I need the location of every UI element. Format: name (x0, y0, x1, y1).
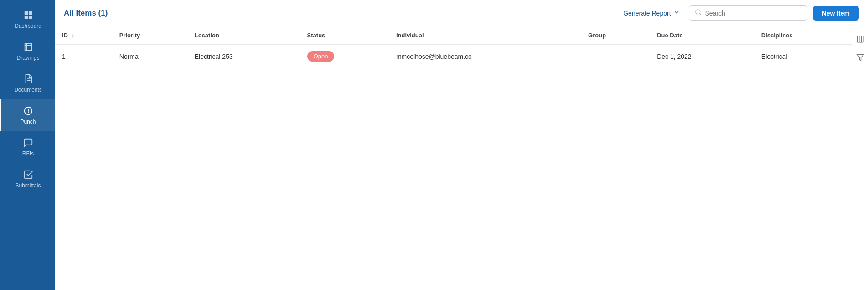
sidebar-item-rfis[interactable]: RFIs (0, 131, 55, 163)
cell-individual: mmcelhose@bluebeam.co (389, 45, 581, 68)
search-icon (695, 9, 702, 17)
cell-priority: Normal (112, 45, 187, 68)
new-item-button[interactable]: New Item (813, 6, 859, 21)
col-group[interactable]: Group (581, 26, 650, 45)
sidebar-item-documents-label: Documents (14, 87, 42, 93)
filter-icon[interactable] (855, 52, 866, 63)
table-columns-icon[interactable] (855, 34, 866, 45)
cell-disciplines: Electrical (754, 45, 852, 68)
cell-status: Open (300, 45, 389, 68)
col-disciplines[interactable]: Disciplines (754, 26, 852, 45)
dashboard-icon (23, 10, 33, 20)
col-due-date[interactable]: Due Date (650, 26, 754, 45)
svg-rect-11 (857, 36, 863, 42)
svg-rect-3 (28, 16, 31, 19)
header-bar: All Items (1) Generate Report New Item (55, 0, 868, 26)
sidebar-item-drawings-label: Drawings (16, 55, 39, 61)
punch-icon (23, 106, 33, 116)
cell-due-date: Dec 1, 2022 (650, 45, 754, 68)
svg-rect-1 (28, 11, 31, 15)
sort-icon: ↓ (72, 32, 75, 39)
col-individual[interactable]: Individual (389, 26, 581, 45)
page-title: All Items (1) (64, 9, 614, 18)
chevron-down-icon (673, 9, 680, 17)
svg-point-8 (28, 112, 29, 113)
cell-id: 1 (55, 45, 112, 68)
new-item-label: New Item (822, 10, 850, 17)
sidebar-item-submittals[interactable]: Submittals (0, 163, 55, 195)
search-input[interactable] (705, 10, 801, 17)
col-location[interactable]: Location (187, 26, 300, 45)
cell-group (581, 45, 650, 68)
sidebar-item-dashboard-label: Dashboard (15, 23, 41, 29)
sidebar-item-punch-label: Punch (20, 119, 36, 125)
svg-rect-0 (24, 11, 27, 15)
items-table: ID ↓ Priority Location Status Individual… (55, 26, 852, 68)
right-sidebar (852, 26, 868, 290)
table-row[interactable]: 1 Normal Electrical 253 Open mmcelhose@b… (55, 45, 852, 68)
svg-line-10 (699, 13, 701, 15)
cell-location: Electrical 253 (187, 45, 300, 68)
svg-marker-14 (857, 54, 863, 61)
sidebar-item-punch[interactable]: Punch (0, 99, 55, 131)
status-badge: Open (307, 51, 335, 62)
rfis-icon (23, 138, 33, 148)
sidebar-item-dashboard[interactable]: Dashboard (0, 4, 55, 36)
documents-icon (23, 74, 33, 84)
table-header-row: ID ↓ Priority Location Status Individual… (55, 26, 852, 45)
sidebar: Dashboard Drawings Documents (0, 0, 55, 290)
sidebar-item-submittals-label: Submittals (15, 182, 41, 189)
svg-rect-2 (24, 16, 27, 19)
sidebar-item-drawings[interactable]: Drawings (0, 36, 55, 67)
col-priority[interactable]: Priority (112, 26, 187, 45)
col-id[interactable]: ID ↓ (55, 26, 112, 45)
sidebar-item-documents[interactable]: Documents (0, 67, 55, 99)
submittals-icon (23, 170, 33, 180)
drawings-icon (23, 42, 33, 52)
main-content: All Items (1) Generate Report New Item (55, 0, 868, 290)
generate-report-label: Generate Report (623, 10, 671, 17)
search-box (689, 5, 807, 21)
col-status[interactable]: Status (300, 26, 389, 45)
generate-report-button[interactable]: Generate Report (620, 6, 683, 20)
sidebar-item-rfis-label: RFIs (22, 150, 34, 157)
table-container: ID ↓ Priority Location Status Individual… (55, 26, 852, 290)
svg-point-9 (695, 10, 700, 14)
